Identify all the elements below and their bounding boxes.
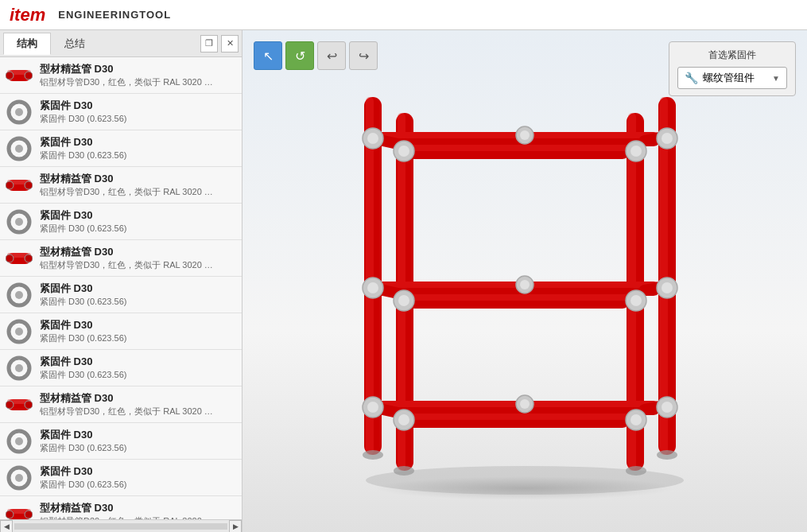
tube-icon [5,500,33,520]
item-main-label: 紧固件 D30 [40,355,126,369]
item-text: 紧固件 D30紧固件 D30 (0.623.56) [40,464,126,491]
connector-icon [5,354,33,382]
item-main-label: 紧固件 D30 [40,318,126,332]
item-text: 紧固件 D30紧固件 D30 (0.623.56) [40,208,126,235]
svg-point-10 [6,181,14,189]
svg-point-3 [25,72,33,80]
scroll-left-button[interactable]: ◀ [0,520,13,533]
item-sub-label: 紧固件 D30 (0.623.56) [40,223,126,235]
tube-icon [5,390,33,419]
svg-point-92 [520,399,530,409]
item-main-label: 紧固件 D30 [40,135,126,150]
item-sub-label: 紧固件 D30 (0.623.56) [40,332,126,344]
wrench-icon: 🔧 [685,72,698,84]
item-sub-label: 紧固件 D30 (0.623.56) [40,369,126,381]
list-item[interactable]: 紧固件 D30紧固件 D30 (0.623.56) [0,130,242,167]
connector-icon [5,427,33,456]
svg-point-7 [15,145,23,153]
tab-summary[interactable]: 总结 [51,33,99,55]
svg-point-78 [630,295,642,306]
svg-rect-60 [404,414,630,420]
item-main-label: 型材精益管 D30 [40,172,215,186]
svg-point-13 [15,218,23,226]
svg-point-80 [367,402,378,413]
right-panel: ↖ ↺ ↩ ↪ 首选紧固件 🔧 螺纹管组件 ▼ [242,30,807,532]
svg-point-27 [25,401,33,409]
list-item[interactable]: 紧固件 D30紧固件 D30 (0.623.56) [0,277,242,313]
list-item[interactable]: 型材精益管 D30铝型材导管D30，红色，类似于 RAL 3020 (0.( [0,167,242,204]
svg-rect-54 [404,294,630,301]
item-text: 型材精益管 D30铝型材导管D30，红色，类似于 RAL 3020 (0.( [40,391,215,417]
svg-point-72 [367,282,378,293]
svg-point-86 [630,414,642,425]
header: item ENGINEERINGTOOL [0,0,807,30]
svg-point-96 [626,466,646,476]
tube-icon [5,244,33,273]
connector-icon [5,134,33,163]
svg-point-11 [25,181,33,189]
svg-point-19 [15,291,23,299]
tab-structure[interactable]: 结构 [3,33,51,55]
svg-point-68 [398,146,409,157]
tabs-row: 结构 总结 ❐ ✕ [0,30,242,57]
svg-point-31 [15,474,23,482]
list-item[interactable]: 紧固件 D30紧固件 D30 (0.623.56) [0,460,242,496]
scaffold-svg [294,59,755,504]
connector-icon [5,281,33,309]
svg-point-95 [394,466,414,476]
svg-point-21 [15,328,23,336]
item-sub-label: 紧固件 D30 (0.623.56) [40,442,126,454]
close-tab-button[interactable]: ✕ [221,35,239,52]
connector-icon [5,464,33,492]
list-item[interactable]: 紧固件 D30紧固件 D30 (0.623.56) [0,350,242,386]
tube-icon [5,171,33,200]
item-sub-label: 紧固件 D30 (0.623.56) [40,296,126,308]
item-text: 紧固件 D30紧固件 D30 (0.623.56) [40,318,126,344]
item-main-label: 紧固件 D30 [40,282,126,296]
item-main-label: 紧固件 D30 [40,464,126,479]
item-main-label: 型材精益管 D30 [40,62,215,76]
svg-point-70 [630,146,642,157]
fastener-select[interactable]: 🔧 螺纹管组件 ▼ [677,67,787,89]
list-item[interactable]: 紧固件 D30紧固件 D30 (0.623.56) [0,313,242,350]
redo-icon: ↪ [359,49,369,64]
svg-point-93 [363,450,383,460]
item-text: 型材精益管 D30铝型材导管D30，红色，类似于 RAL 3020 (0.( [40,501,215,519]
item-sub-label: 铝型材导管D30，红色，类似于 RAL 3020 (0.( [40,259,215,271]
connector-icon [5,317,33,346]
scroll-track[interactable] [14,523,227,530]
svg-point-17 [25,254,33,262]
svg-point-84 [398,414,409,425]
copy-tab-button[interactable]: ❐ [200,35,218,52]
list-area: 型材精益管 D30铝型材导管D30，红色，类似于 RAL 3020 (0.( 紧… [0,57,242,519]
select-tool-button[interactable]: ↖ [254,41,282,70]
svg-point-16 [6,254,14,262]
undo-button[interactable]: ↩ [317,41,346,70]
svg-point-2 [6,72,14,80]
scaffold-view [242,30,807,532]
list-item[interactable]: 紧固件 D30紧固件 D30 (0.623.56) [0,94,242,130]
scroll-right-button[interactable]: ▶ [229,520,242,533]
item-sub-label: 紧固件 D30 (0.623.56) [40,479,126,491]
list-item[interactable]: 型材精益管 D30铝型材导管D30，红色，类似于 RAL 3020 (0.( [0,496,242,519]
list-item[interactable]: 型材精益管 D30铝型材导管D30，红色，类似于 RAL 3020 (0.( [0,57,242,94]
list-item[interactable]: 紧固件 D30紧固件 D30 (0.623.56) [0,423,242,460]
list-item[interactable]: 紧固件 D30紧固件 D30 (0.623.56) [0,204,242,240]
item-sub-label: 铝型材导管D30，红色，类似于 RAL 3020 (0.( [40,76,215,88]
logo: item [10,5,45,25]
svg-point-82 [662,402,673,413]
horizontal-scrollbar[interactable]: ◀ ▶ [0,519,242,532]
redo-button[interactable]: ↪ [349,41,378,70]
svg-point-88 [520,130,530,140]
item-main-label: 紧固件 D30 [40,99,126,113]
svg-point-5 [15,108,23,116]
item-text: 紧固件 D30紧固件 D30 (0.623.56) [40,428,126,454]
refresh-button[interactable]: ↺ [285,41,314,70]
svg-point-26 [6,401,14,409]
tube-icon [5,61,33,90]
list-item[interactable]: 型材精益管 D30铝型材导管D30，红色，类似于 RAL 3020 (0.( [0,240,242,277]
svg-point-23 [15,364,23,372]
svg-point-35 [25,511,33,518]
tab-icons: ❐ ✕ [200,35,239,52]
list-item[interactable]: 型材精益管 D30铝型材导管D30，红色，类似于 RAL 3020 (0.( [0,386,242,423]
